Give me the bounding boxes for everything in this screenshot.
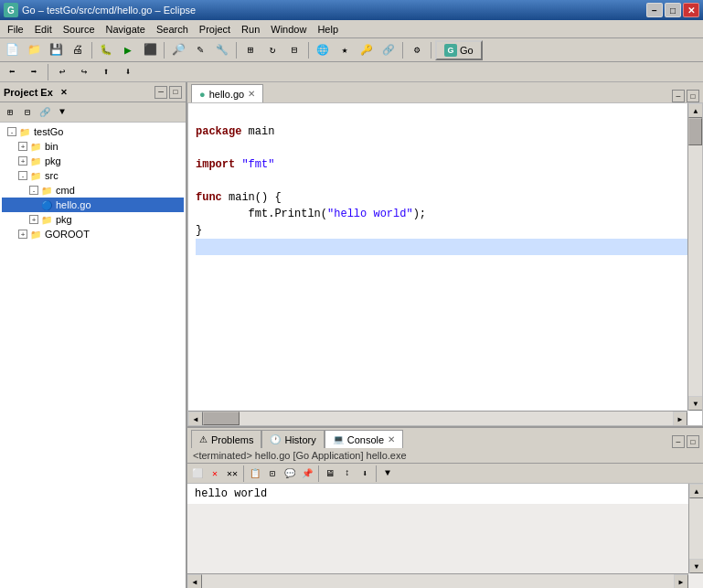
maximize-button[interactable]: □ [665,3,681,17]
tb-btn-7[interactable]: ⊞ [240,41,261,59]
tab-history[interactable]: 🕐 History [261,430,324,448]
editor-minimize-btn[interactable]: ─ [672,90,685,102]
editor-maximize-btn[interactable]: □ [687,90,699,102]
scroll-left-arrow[interactable]: ◀ [188,412,203,426]
ct-btn-1[interactable]: ⬜ [189,465,206,482]
ct-btn-7[interactable]: 📌 [299,465,315,482]
tb-btn-8[interactable]: ↻ [262,41,282,59]
console-scroll-y[interactable]: ▲ ▼ [688,484,703,573]
tb-btn-11[interactable]: ★ [335,41,355,59]
tb2-btn-5[interactable]: ⬆ [96,63,116,81]
editor-scroll-y[interactable]: ▲ ▼ [687,103,702,411]
bottom-maximize-btn[interactable]: □ [687,435,699,448]
print-button[interactable]: 🖨 [68,41,88,59]
tb-btn-6[interactable]: 🔧 [212,41,232,59]
tree-toggle-src[interactable]: - [18,171,27,180]
tree-item-bin[interactable]: + 📁 bin [2,139,184,154]
tab-console[interactable]: 💻 Console ✕ [325,430,403,448]
tree-toggle-bin[interactable]: + [18,142,27,151]
panel-minimize-btn[interactable]: ─ [154,86,167,99]
tb-btn-13[interactable]: 🔗 [378,41,399,59]
ct-btn-8[interactable]: 🖥 [322,465,338,482]
editor-tab-hello-go[interactable]: ● hello.go ✕ [191,84,263,102]
menu-help[interactable]: Help [312,20,344,37]
tb-btn-10[interactable]: 🌐 [313,41,333,59]
menu-navigate[interactable]: Navigate [101,20,151,37]
new-button[interactable]: 📄 [2,41,22,59]
menu-edit[interactable]: Edit [29,20,58,37]
tree-item-hello-go[interactable]: 🔵 hello.go [2,198,184,212]
bottom-minimize-btn[interactable]: ─ [672,435,685,448]
ct-btn-3[interactable]: ✕✕ [224,465,240,482]
save-button[interactable]: 💾 [46,41,66,59]
ct-btn-11[interactable]: ▼ [379,465,396,482]
tb2-btn-6[interactable]: ⬇ [118,63,138,81]
ct-btn-9[interactable]: ↕ [339,465,356,482]
tb-btn-4[interactable]: 🔎 [168,41,188,59]
tree-item-cmd[interactable]: - 📁 cmd [2,183,184,198]
scroll-down-arrow[interactable]: ▼ [688,396,703,411]
console-scroll-left[interactable]: ◀ [187,574,202,588]
tb2-btn-1[interactable]: ⬅ [2,63,22,81]
tree-label-hello-go: hello.go [56,199,91,210]
ct-btn-10[interactable]: ⬇ [357,465,373,482]
tb2-btn-2[interactable]: ➡ [24,63,44,81]
editor-tab-close[interactable]: ✕ [248,89,255,99]
scroll-right-arrow[interactable]: ▶ [673,412,687,426]
tb2-btn-3[interactable]: ↩ [52,63,72,81]
menu-search[interactable]: Search [151,20,194,37]
tb-btn-12[interactable]: 🔑 [357,41,377,59]
menu-run[interactable]: Run [236,20,265,37]
pt-btn-4[interactable]: ▼ [54,104,70,121]
ct-btn-6[interactable]: 💬 [282,465,298,482]
tb-run[interactable]: ▶ [118,41,138,59]
toolbar-sep-2 [164,42,165,59]
tree-item-testgo[interactable]: - 📁 testGo [2,124,184,139]
go-button[interactable]: G Go [435,40,483,60]
panel-maximize-btn[interactable]: □ [169,86,182,99]
panel-close-icon[interactable]: ✕ [60,88,68,97]
tab-problems[interactable]: ⚠ Problems [191,430,261,448]
pt-btn-3[interactable]: 🔗 [37,104,53,121]
tree-item-goroot[interactable]: + 📁 GOROOT [2,227,184,241]
ct-btn-4[interactable]: 📋 [247,465,263,482]
console-scroll-up[interactable]: ▲ [689,484,703,498]
tree-item-pkg2[interactable]: + 📁 pkg [2,212,184,227]
tb-btn-3[interactable]: ⬛ [140,41,160,59]
tb2-btn-4[interactable]: ↪ [74,63,94,81]
console-scroll-down[interactable]: ▼ [689,559,703,573]
close-button[interactable]: ✕ [683,3,699,17]
menu-source[interactable]: Source [58,20,101,37]
tb-btn-5[interactable]: ✎ [190,41,210,59]
scroll-up-arrow[interactable]: ▲ [688,103,703,118]
tree-toggle-cmd[interactable]: - [29,186,38,195]
ct-btn-5[interactable]: ⊡ [264,465,281,482]
ct-btn-stop[interactable]: ✕ [207,465,223,482]
tb-btn-14[interactable]: ⚙ [407,41,427,59]
tree-toggle-goroot[interactable]: + [18,230,27,239]
menu-window[interactable]: Window [265,20,312,37]
scroll-thumb-x[interactable] [203,412,240,425]
menu-project[interactable]: Project [194,20,236,37]
pt-btn-2[interactable]: ⊟ [19,104,36,121]
console-scroll-x[interactable]: ◀ ▶ [187,573,688,588]
menu-file[interactable]: File [2,20,29,37]
tree-item-src[interactable]: - 📁 src [2,168,184,183]
editor-tab-bar: ● hello.go ✕ ─ □ [187,82,703,102]
editor-scroll-x[interactable]: ◀ ▶ [188,411,687,425]
tb-btn-9[interactable]: ⊟ [284,41,304,59]
console-tab-close[interactable]: ✕ [388,434,395,444]
tb-debug[interactable]: 🐛 [96,41,116,59]
tree-toggle-pkg1[interactable]: + [18,156,27,166]
tree-item-pkg1[interactable]: + 📁 pkg [2,154,184,168]
scroll-thumb-y[interactable] [688,118,702,145]
tree-toggle-testgo[interactable]: - [7,127,16,136]
editor-area: ● hello.go ✕ ─ □ package main import "fm… [187,82,703,588]
tree-toggle-pkg2[interactable]: + [29,215,38,224]
ct-sep-2 [318,465,319,482]
pt-btn-1[interactable]: ⊞ [2,104,18,121]
console-scroll-right[interactable]: ▶ [674,574,688,588]
minimize-button[interactable]: − [646,3,663,17]
editor-content[interactable]: package main import "fmt" func main() { … [187,102,703,426]
tb-btn-2[interactable]: 📁 [24,41,44,59]
